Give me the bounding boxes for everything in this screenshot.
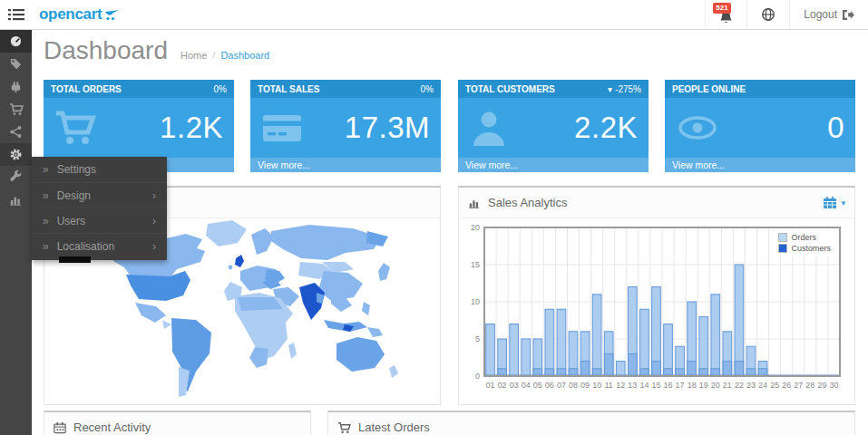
svg-text:22: 22	[735, 381, 744, 390]
latest-orders-header: Latest Orders	[328, 412, 854, 435]
flyout-item-design[interactable]: » Design ›	[32, 182, 167, 208]
svg-text:23: 23	[746, 381, 756, 390]
svg-text:05: 05	[533, 381, 542, 390]
tile-total-customers: TOTAL CUSTOMERS ▾-275% 2.2K View more...	[458, 80, 649, 172]
tile-label: TOTAL SALES	[258, 84, 319, 94]
tile-label: TOTAL ORDERS	[51, 84, 122, 94]
svg-text:11: 11	[605, 381, 613, 390]
svg-text:14: 14	[639, 381, 649, 390]
sidebar-item-reports[interactable]	[0, 188, 32, 211]
sidebar-nav	[0, 30, 32, 435]
flyout-item-users[interactable]: » Users ›	[32, 208, 167, 233]
shopping-cart-icon	[9, 102, 24, 116]
flyout-item-settings[interactable]: » Settings	[32, 157, 167, 182]
svg-text:30: 30	[829, 381, 838, 390]
tile-value: 2.2K	[574, 111, 638, 145]
dashboard-gauge-icon	[9, 34, 23, 48]
recent-activity-title: Recent Activity	[73, 420, 151, 434]
sales-analytics-panel: Sales Analytics ▾ 0510152001020304050607…	[458, 186, 855, 405]
svg-text:13: 13	[628, 381, 637, 390]
page-header: Dashboard Home / Dashboard	[44, 36, 269, 65]
svg-text:25: 25	[770, 381, 779, 390]
svg-text:12: 12	[616, 381, 625, 390]
sidebar-item-catalog[interactable]	[0, 53, 32, 75]
svg-text:06: 06	[545, 381, 554, 390]
latest-orders-panel: Latest Orders	[327, 411, 855, 435]
opencart-admin-dashboard: opencart 521	[0, 0, 868, 435]
svg-text:09: 09	[580, 381, 590, 390]
svg-text:26: 26	[782, 381, 791, 390]
flyout-shadow-stub	[59, 256, 91, 263]
notification-badge: 521	[713, 3, 730, 14]
breadcrumb: Home / Dashboard	[180, 50, 269, 61]
sales-chart: 0510152001020304050607080910111213141516…	[459, 218, 854, 401]
tile-value: 1.2K	[160, 111, 223, 145]
sales-analytics-title: Sales Analytics	[488, 196, 567, 209]
svg-text:24: 24	[758, 381, 767, 390]
sidebar-item-tools[interactable]	[0, 166, 32, 188]
tile-value: 17.3M	[345, 111, 430, 145]
tile-label: PEOPLE ONLINE	[672, 84, 746, 94]
user-icon	[469, 109, 509, 147]
eye-icon	[676, 110, 719, 146]
calendar-icon	[823, 196, 837, 209]
recent-activity-panel: Recent Activity	[44, 411, 311, 435]
view-more-link[interactable]: View more...	[250, 158, 441, 172]
shopping-cart-icon	[337, 421, 351, 434]
chart-legend: Orders Customers	[775, 229, 834, 256]
breadcrumb-home[interactable]: Home	[180, 50, 207, 61]
svg-text:28: 28	[805, 381, 814, 390]
svg-text:10: 10	[471, 297, 480, 306]
opencart-cart-icon	[104, 8, 120, 21]
sales-analytics-header: Sales Analytics ▾	[459, 188, 854, 218]
svg-text:16: 16	[664, 381, 673, 390]
sidebar-item-dashboard[interactable]	[0, 30, 32, 53]
credit-card-icon	[261, 110, 303, 146]
tile-label: TOTAL CUSTOMERS	[465, 84, 555, 94]
svg-text:21: 21	[723, 381, 732, 390]
svg-text:17: 17	[676, 381, 685, 390]
topbar-actions: 521 Logout	[705, 0, 868, 29]
chevron-right-icon: ›	[152, 240, 156, 253]
shopping-cart-icon	[54, 109, 96, 147]
sidebar-item-extensions[interactable]	[0, 75, 32, 98]
svg-text:01: 01	[486, 381, 495, 390]
menu-toggle-button[interactable]	[0, 0, 32, 30]
opencart-logo[interactable]: opencart	[39, 5, 120, 24]
latest-orders-title: Latest Orders	[358, 420, 430, 434]
logout-button[interactable]: Logout	[789, 0, 868, 29]
notifications-button[interactable]: 521	[705, 0, 746, 29]
tile-value: 0	[827, 111, 844, 145]
tile-change: 0%	[211, 84, 227, 94]
page-title: Dashboard	[44, 36, 168, 65]
system-flyout-menu: » Settings » Design › » Users › » Locali…	[32, 157, 167, 260]
caret-down-icon: ▾	[608, 84, 612, 94]
legend-orders: Orders	[778, 233, 831, 242]
tile-people-online: PEOPLE ONLINE 0 View more...	[665, 80, 855, 172]
caret-down-icon: ▾	[841, 198, 845, 208]
breadcrumb-current[interactable]: Dashboard	[220, 50, 269, 61]
tile-change: ▾-275%	[608, 84, 641, 94]
sidebar-item-sales[interactable]	[0, 98, 32, 121]
svg-text:0: 0	[475, 372, 480, 381]
sidebar-item-marketing[interactable]	[0, 121, 32, 143]
double-angle-icon: »	[43, 240, 49, 253]
globe-icon	[761, 7, 775, 22]
wrench-icon	[9, 170, 23, 184]
stores-button[interactable]	[746, 0, 789, 29]
tile-total-sales: TOTAL SALES 0% 17.3M View more...	[250, 80, 441, 172]
view-more-link[interactable]: View more...	[665, 158, 855, 172]
double-angle-icon: »	[43, 163, 49, 176]
date-range-button[interactable]: ▾	[823, 196, 845, 209]
menu-list-icon	[8, 8, 24, 21]
svg-text:07: 07	[557, 381, 566, 390]
double-angle-icon: »	[43, 215, 49, 227]
gear-icon	[9, 148, 23, 161]
sidebar-item-system[interactable]	[0, 143, 32, 166]
svg-text:08: 08	[569, 381, 578, 390]
flyout-item-localisation[interactable]: » Localisation ›	[32, 233, 167, 258]
extension-plug-icon	[9, 80, 23, 93]
svg-text:15: 15	[471, 260, 480, 269]
svg-text:19: 19	[699, 381, 708, 390]
view-more-link[interactable]: View more...	[458, 158, 649, 172]
